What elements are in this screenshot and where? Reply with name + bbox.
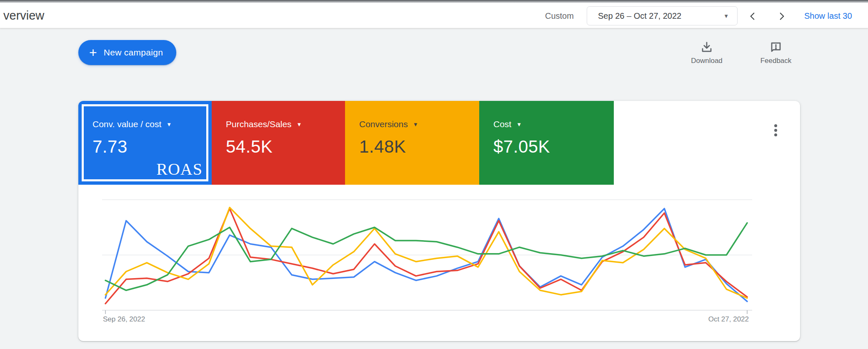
chevron-down-icon: ▼ — [516, 121, 522, 128]
scorecard-metric-selector[interactable]: Conv. value / cost ▼ — [93, 119, 212, 129]
plus-icon: + — [89, 46, 97, 59]
series-conversions — [105, 208, 747, 298]
chevron-right-icon — [776, 11, 787, 22]
window-top-edge — [0, 0, 868, 3]
feedback-button[interactable]: Feedback — [751, 41, 801, 65]
kebab-dot — [774, 133, 777, 136]
download-label: Download — [691, 57, 723, 65]
feedback-label: Feedback — [760, 57, 792, 65]
roas-annotation: ROAS — [156, 159, 203, 179]
scorecard-metric-selector[interactable]: Cost ▼ — [493, 119, 614, 129]
new-campaign-label: New campaign — [104, 48, 163, 58]
scorecard-label: Conv. value / cost — [93, 119, 161, 129]
performance-time-series-chart[interactable]: Sep 26, 2022 Oct 27, 2022 — [102, 192, 752, 329]
date-range-value: Sep 26 – Oct 27, 2022 — [598, 11, 681, 21]
chevron-down-icon: ▼ — [413, 121, 418, 128]
series-cost — [105, 223, 747, 291]
chevron-down-icon: ▼ — [166, 121, 172, 128]
scorecard-conversions[interactable]: Conversions ▼ 1.48K — [345, 101, 479, 185]
date-preset-label: Custom — [545, 11, 574, 21]
download-icon — [700, 41, 713, 53]
scorecard-label: Purchases/Sales — [226, 119, 292, 129]
scorecard-value: 7.73 — [93, 137, 212, 157]
scorecard-value: $7.05K — [493, 137, 614, 157]
scorecard-metric-selector[interactable]: Conversions ▼ — [359, 119, 479, 129]
kebab-dot — [774, 124, 777, 127]
feedback-icon — [770, 41, 782, 53]
page-title: verview — [3, 9, 44, 23]
scorecard-value: 1.48K — [359, 137, 479, 157]
scorecard-row: Conv. value / cost ▼ 7.73 ROAS Purchases… — [78, 101, 614, 185]
header-bar: verview Custom Sep 26 – Oct 27, 2022 ▼ S… — [0, 3, 868, 28]
scorecard-metric-selector[interactable]: Purchases/Sales ▼ — [226, 119, 345, 129]
scorecard-purchases-sales[interactable]: Purchases/Sales ▼ 54.5K — [212, 101, 345, 185]
previous-period-button[interactable] — [744, 8, 761, 25]
scorecard-label: Cost — [493, 119, 511, 129]
x-axis-end-label: Oct 27, 2022 — [708, 315, 749, 324]
next-period-button[interactable] — [773, 8, 790, 25]
scorecard-value: 54.5K — [226, 137, 345, 157]
x-axis-start-label: Sep 26, 2022 — [103, 315, 145, 324]
date-range-picker[interactable]: Sep 26 – Oct 27, 2022 ▼ — [587, 6, 738, 25]
overview-panel: Conv. value / cost ▼ 7.73 ROAS Purchases… — [78, 101, 800, 341]
chevron-left-icon — [747, 11, 758, 22]
more-options-button[interactable] — [769, 121, 782, 139]
scorecard-cost[interactable]: Cost ▼ $7.05K — [479, 101, 614, 185]
scorecard-conv-value-cost[interactable]: Conv. value / cost ▼ 7.73 ROAS — [78, 101, 212, 185]
kebab-dot — [774, 129, 777, 132]
google-ads-overview-screen: verview Custom Sep 26 – Oct 27, 2022 ▼ S… — [0, 0, 868, 349]
show-last-30-days-link[interactable]: Show last 30 — [804, 11, 852, 21]
line-chart-canvas — [102, 192, 752, 329]
chevron-down-icon: ▼ — [297, 121, 302, 128]
download-button[interactable]: Download — [682, 41, 732, 65]
scorecard-label: Conversions — [359, 119, 408, 129]
chevron-down-icon: ▼ — [723, 13, 729, 19]
new-campaign-button[interactable]: + New campaign — [78, 40, 176, 65]
